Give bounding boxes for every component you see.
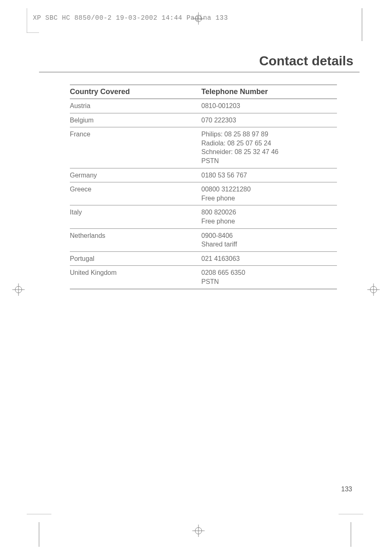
cell-country: Austria [70,99,201,113]
cell-country: Netherlands [70,228,201,251]
page-content: Contact details Country Covered Telephon… [39,33,360,526]
cell-phone: 0810-001203 [201,99,337,113]
cell-country: Germany [70,168,201,182]
crop-mark-top-right [361,8,363,41]
contact-table: Country Covered Telephone Number Austria… [70,85,337,289]
cell-country: France [70,127,201,168]
cell-phone: 070 222303 [201,113,337,127]
cell-country: Italy [70,205,201,228]
cell-phone: 021 4163063 [201,251,337,266]
cell-phone: 0208 665 6350 PSTN [201,266,337,289]
table-row: Austria0810-001203 [70,99,337,113]
table-row: Greece00800 31221280 Free phone [70,182,337,205]
table-row: Belgium070 222303 [70,113,337,127]
table-row: Germany0180 53 56 767 [70,168,337,182]
cell-country: Belgium [70,113,201,127]
imposition-header: XP SBC HC 8850/00-2 19-03-2002 14:44 Pag… [33,14,228,22]
header-country: Country Covered [70,85,201,99]
cell-country: Greece [70,182,201,205]
table-row: Netherlands0900-8406 Shared tariff [70,228,337,251]
cell-phone: 0180 53 56 767 [201,168,337,182]
contact-table-wrap: Country Covered Telephone Number Austria… [70,85,337,289]
cell-phone: 0900-8406 Shared tariff [201,228,337,251]
cell-phone: 00800 31221280 Free phone [201,182,337,205]
header-phone: Telephone Number [201,85,337,99]
registration-mark-right [367,283,380,297]
cell-country: Portugal [70,251,201,266]
page-title: Contact details [39,53,360,72]
cell-country: United Kingdom [70,266,201,289]
registration-mark-left [12,283,25,297]
table-row: United Kingdom0208 665 6350 PSTN [70,266,337,289]
page-number: 133 [341,486,352,493]
table-row: FrancePhilips: 08 25 88 97 89 Radiola: 0… [70,127,337,168]
cell-phone: 800 820026 Free phone [201,205,337,228]
cell-phone: Philips: 08 25 88 97 89 Radiola: 08 25 0… [201,127,337,168]
registration-mark-bottom [192,525,205,539]
table-row: Italy800 820026 Free phone [70,205,337,228]
table-row: Portugal021 4163063 [70,251,337,266]
